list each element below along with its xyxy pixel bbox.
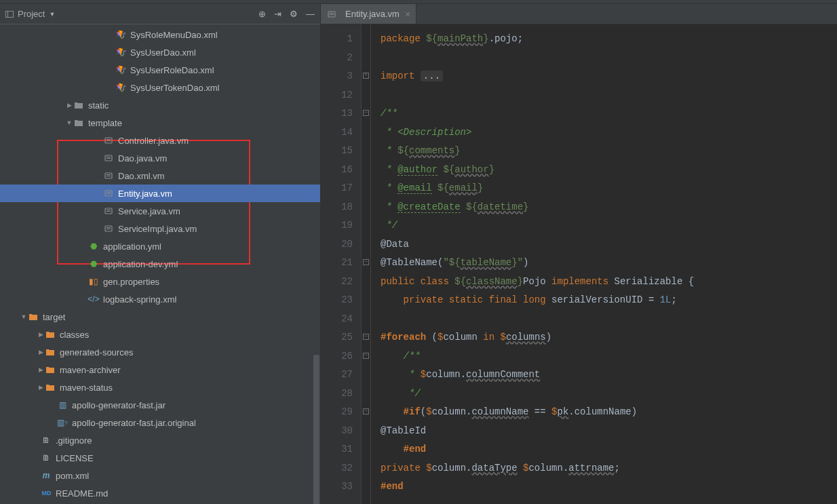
tree-item[interactable]: ▼template <box>0 114 320 132</box>
code-line[interactable]: #end <box>381 440 837 459</box>
fold-collapse-icon[interactable]: − <box>363 110 369 116</box>
code-line[interactable]: */ <box>381 216 837 235</box>
tree-item[interactable]: MDREADME.md <box>0 484 320 502</box>
tree-item[interactable]: Dao.java.vm <box>0 149 320 167</box>
code-line[interactable]: #end <box>381 478 837 497</box>
tree-item-label: SysUserDao.xml <box>130 47 196 58</box>
tree-item[interactable]: Dao.xml.vm <box>0 167 320 185</box>
project-title[interactable]: Project <box>18 9 45 19</box>
folder-icon <box>45 364 56 375</box>
expand-arrow-icon[interactable]: ▶ <box>37 349 45 355</box>
expand-arrow-icon[interactable]: ▼ <box>20 313 28 320</box>
tree-item[interactable]: 🗎LICENSE <box>0 449 320 467</box>
tree-item[interactable]: ▼target <box>0 308 320 326</box>
xml-file-icon: 🪁 <box>115 82 126 93</box>
fold-collapse-icon[interactable]: − <box>363 353 369 359</box>
code-line[interactable]: #if($column.columnName == $pk.columnName… <box>381 403 837 422</box>
svg-rect-13 <box>106 210 111 210</box>
tree-item[interactable]: ▶maven-status <box>0 379 320 396</box>
code-line[interactable]: public class ${className}Pojo implements… <box>381 273 837 292</box>
code-line[interactable]: * @email ${email} <box>381 179 837 198</box>
tree-item[interactable]: ▥?apollo-generator-fast.jar.original <box>0 414 320 431</box>
tree-item[interactable]: ServiceImpl.java.vm <box>0 220 320 237</box>
code-line[interactable] <box>381 310 837 329</box>
tree-item[interactable]: ▶generated-sources <box>0 343 320 361</box>
code-content[interactable]: package ${mainPath}.pojo; import ... /**… <box>371 24 837 504</box>
tree-item-label: pom.xml <box>56 471 89 481</box>
tree-item[interactable]: </>logback-spring.xml <box>0 290 320 308</box>
project-tree[interactable]: 🪁SysRoleMenuDao.xml🪁SysUserDao.xml🪁SysUs… <box>0 24 320 504</box>
gear-icon[interactable]: ⚙ <box>290 9 298 19</box>
code-line[interactable]: @TableName("${tableName}") <box>381 254 837 273</box>
chevron-down-icon[interactable]: ▼ <box>49 11 55 18</box>
folder-icon <box>45 329 56 340</box>
line-number: 2 <box>321 49 353 68</box>
tree-item[interactable]: 🪁SysUserDao.xml <box>0 43 320 61</box>
tree-item[interactable]: 🪁SysRoleMenuDao.xml <box>0 26 320 43</box>
code-line[interactable]: private static final long serialVersionU… <box>381 291 837 310</box>
locate-icon[interactable]: ⊕ <box>258 9 266 19</box>
fold-expand-icon[interactable]: + <box>363 73 369 79</box>
line-number: 13 <box>321 104 353 123</box>
file-icon: ▥? <box>57 417 68 428</box>
tree-item[interactable]: Service.java.vm <box>0 202 320 220</box>
tree-item[interactable]: ▶static <box>0 96 320 114</box>
tree-item[interactable]: 🪁SysUserTokenDao.xml <box>0 79 320 96</box>
code-line[interactable]: * @author ${author} <box>381 161 837 180</box>
fold-collapse-icon[interactable]: − <box>363 334 369 340</box>
xml-file-icon: 🪁 <box>115 47 126 58</box>
close-icon[interactable]: × <box>405 9 410 20</box>
line-number: 28 <box>321 385 353 404</box>
code-line[interactable]: */ <box>381 385 837 404</box>
expand-arrow-icon[interactable]: ▶ <box>65 102 73 109</box>
code-line[interactable]: * <Description> <box>381 123 837 142</box>
fold-column[interactable]: +−−−−− <box>362 24 371 504</box>
tree-item-label: application.yml <box>103 241 161 252</box>
tree-item[interactable]: ⬣application.yml <box>0 237 320 255</box>
line-number: 29 <box>321 403 353 422</box>
code-line[interactable]: package ${mainPath}.pojo; <box>381 30 837 49</box>
expand-arrow-icon[interactable]: ▶ <box>37 384 45 391</box>
tree-item[interactable]: ⬣application-dev.yml <box>0 255 320 273</box>
code-line[interactable]: /** <box>381 104 837 123</box>
code-line[interactable]: * ${comments} <box>381 142 837 161</box>
expand-arrow-icon[interactable]: ▶ <box>37 331 45 338</box>
collapse-all-icon[interactable]: ⇥ <box>274 9 281 19</box>
tree-item-label: SysRoleMenuDao.xml <box>130 30 218 40</box>
code-line[interactable]: * $column.columnComment <box>381 366 837 385</box>
properties-file-icon: ▮▯ <box>88 276 99 287</box>
code-line[interactable]: import ... <box>381 67 837 86</box>
tree-item[interactable]: Entity.java.vm <box>0 185 320 202</box>
tree-item[interactable]: ▥apollo-generator-fast.jar <box>0 396 320 414</box>
fold-collapse-icon[interactable]: − <box>363 259 369 265</box>
line-number: 23 <box>321 291 353 310</box>
yaml-file-icon: ⬣ <box>88 258 99 269</box>
tree-item-label: maven-archiver <box>60 365 121 375</box>
tree-item[interactable]: ▶classes <box>0 326 320 343</box>
hide-icon[interactable]: — <box>306 9 315 19</box>
expand-arrow-icon[interactable]: ▼ <box>65 119 73 126</box>
code-line[interactable]: #foreach ($column in $columns) <box>381 328 837 347</box>
tab-label: Entity.java.vm <box>345 9 400 19</box>
expand-arrow-icon[interactable]: ▶ <box>37 366 45 373</box>
line-number: 20 <box>321 235 353 254</box>
folder-icon <box>45 347 56 357</box>
code-line[interactable]: @TableId <box>381 422 837 441</box>
code-line[interactable]: private $column.dataType $column.attrnam… <box>381 459 837 478</box>
fold-collapse-icon[interactable]: − <box>363 408 369 414</box>
tree-item[interactable]: ▶maven-archiver <box>0 361 320 379</box>
tree-item[interactable]: Controller.java.vm <box>0 132 320 149</box>
tree-item[interactable]: 🗎.gitignore <box>0 431 320 449</box>
code-line[interactable]: @Data <box>381 235 837 254</box>
code-line[interactable] <box>381 86 837 105</box>
code-line[interactable]: /** <box>381 347 837 366</box>
line-number: 3 <box>321 67 353 86</box>
tree-item[interactable]: ▮▯gen.properties <box>0 273 320 290</box>
tree-item[interactable]: mpom.xml <box>0 467 320 484</box>
tab-entity[interactable]: Entity.java.vm × <box>321 4 416 24</box>
code-line[interactable] <box>381 49 837 68</box>
code-line[interactable]: * @createDate ${datetime} <box>381 198 837 217</box>
svg-rect-19 <box>330 13 334 14</box>
velocity-file-icon <box>103 223 114 234</box>
tree-item[interactable]: 🪁SysUserRoleDao.xml <box>0 61 320 79</box>
